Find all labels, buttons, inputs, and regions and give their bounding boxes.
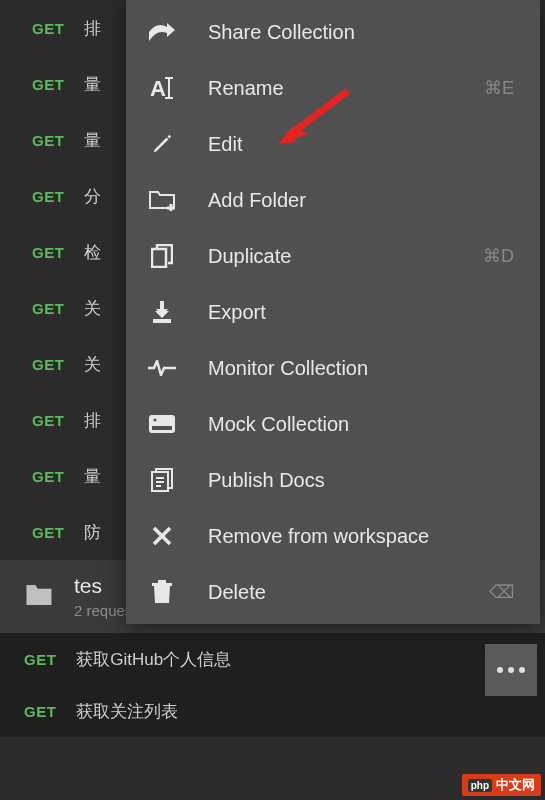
svg-point-10 [154, 419, 157, 422]
rename-icon: A [148, 74, 176, 102]
menu-duplicate[interactable]: Duplicate ⌘D [126, 228, 540, 284]
method-badge: GET [32, 76, 64, 93]
add-folder-icon [148, 186, 176, 214]
monitor-icon [148, 354, 176, 382]
more-dots-icon [508, 667, 514, 673]
menu-item-label: Rename [208, 77, 484, 100]
method-badge: GET [32, 244, 64, 261]
more-dots-icon [497, 667, 503, 673]
request-label: 关 [84, 353, 101, 376]
menu-mock-collection[interactable]: Mock Collection [126, 396, 540, 452]
method-badge: GET [32, 132, 64, 149]
menu-rename[interactable]: A Rename ⌘E [126, 60, 540, 116]
request-label: 检 [84, 241, 101, 264]
delete-icon [148, 578, 176, 606]
menu-remove-workspace[interactable]: Remove from workspace [126, 508, 540, 564]
menu-shortcut: ⌘E [484, 77, 514, 99]
share-icon [148, 18, 176, 46]
request-label: 关 [84, 297, 101, 320]
request-label: 防 [84, 521, 101, 544]
menu-share-collection[interactable]: Share Collection [126, 4, 540, 60]
menu-edit[interactable]: Edit [126, 116, 540, 172]
method-badge: GET [32, 412, 64, 429]
menu-export[interactable]: Export [126, 284, 540, 340]
menu-item-label: Duplicate [208, 245, 483, 268]
export-icon [148, 298, 176, 326]
menu-item-label: Export [208, 301, 514, 324]
menu-item-label: Share Collection [208, 21, 514, 44]
method-badge: GET [32, 524, 64, 541]
menu-publish-docs[interactable]: Publish Docs [126, 452, 540, 508]
menu-delete[interactable]: Delete ⌫ [126, 564, 540, 620]
request-item[interactable]: GET获取关注列表 [0, 685, 545, 737]
menu-shortcut: ⌫ [489, 581, 514, 603]
request-label: 排 [84, 17, 101, 40]
method-badge: GET [32, 188, 64, 205]
menu-item-label: Add Folder [208, 189, 514, 212]
request-label: 获取GitHub个人信息 [76, 648, 231, 671]
menu-item-label: Monitor Collection [208, 357, 514, 380]
menu-add-folder[interactable]: Add Folder [126, 172, 540, 228]
menu-item-label: Mock Collection [208, 413, 514, 436]
svg-rect-9 [152, 426, 172, 430]
watermark-text: 中文网 [496, 776, 535, 794]
edit-icon [148, 130, 176, 158]
method-badge: GET [24, 651, 56, 668]
menu-item-label: Delete [208, 581, 489, 604]
request-label: 量 [84, 73, 101, 96]
request-label: 排 [84, 409, 101, 432]
menu-item-label: Publish Docs [208, 469, 514, 492]
menu-item-label: Edit [208, 133, 514, 156]
svg-rect-7 [153, 319, 171, 323]
svg-text:A: A [150, 76, 166, 100]
watermark: php 中文网 [462, 774, 541, 796]
requests-bottom-list: GET获取GitHub个人信息 GET获取关注列表 [0, 633, 545, 737]
menu-item-label: Remove from workspace [208, 525, 514, 548]
request-label: 获取关注列表 [76, 700, 178, 723]
method-badge: GET [32, 300, 64, 317]
request-label: 量 [84, 465, 101, 488]
publish-icon [148, 466, 176, 494]
request-item[interactable]: GET获取GitHub个人信息 [0, 633, 545, 685]
menu-monitor-collection[interactable]: Monitor Collection [126, 340, 540, 396]
method-badge: GET [32, 356, 64, 373]
method-badge: GET [32, 20, 64, 37]
request-label: 分 [84, 185, 101, 208]
duplicate-icon [148, 242, 176, 270]
mock-icon [148, 410, 176, 438]
remove-icon [148, 522, 176, 550]
context-menu: Share Collection A Rename ⌘E Edit Add Fo… [126, 0, 540, 624]
svg-rect-6 [152, 249, 166, 267]
folder-icon [24, 582, 54, 612]
method-badge: GET [32, 468, 64, 485]
svg-rect-8 [149, 415, 175, 433]
more-dots-icon [519, 667, 525, 673]
more-button[interactable] [485, 644, 537, 696]
request-label: 量 [84, 129, 101, 152]
menu-shortcut: ⌘D [483, 245, 514, 267]
method-badge: GET [24, 703, 56, 720]
watermark-prefix: php [468, 779, 492, 792]
